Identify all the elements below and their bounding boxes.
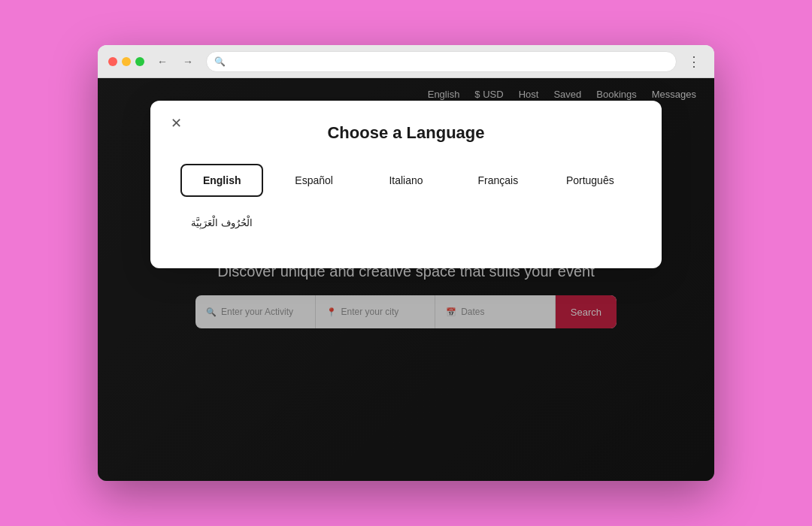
language-option-italiano[interactable]: Italiano (365, 164, 447, 197)
maximize-window-button[interactable] (135, 57, 144, 66)
language-option-francais[interactable]: Français (456, 164, 539, 197)
language-option-arabic[interactable]: الْحُرُوف الْعَرَبِيَّة (180, 207, 263, 238)
traffic-lights (108, 57, 144, 66)
forward-button[interactable]: → (177, 51, 198, 72)
close-window-button[interactable] (108, 57, 117, 66)
browser-content: English $ USD Host Saved Bookings Messag… (98, 78, 714, 481)
language-option-portugues[interactable]: Português (549, 164, 632, 197)
browser-menu-button[interactable]: ⋮ (684, 53, 704, 70)
browser-chrome: ← → 🔍 ⋮ (98, 45, 714, 78)
address-bar[interactable]: 🔍 (206, 51, 677, 72)
address-search-icon: 🔍 (214, 56, 226, 67)
browser-window: ← → 🔍 ⋮ English $ USD Host Saved Booking… (98, 45, 714, 481)
modal-title: Choose a Language (180, 123, 632, 143)
nav-buttons: ← → (152, 51, 198, 72)
modal-close-button[interactable]: ✕ (165, 113, 186, 134)
minimize-window-button[interactable] (122, 57, 131, 66)
modal-overlay: ✕ Choose a Language English Español Ital… (98, 78, 714, 481)
back-button[interactable]: ← (152, 51, 173, 72)
language-modal: ✕ Choose a Language English Español Ital… (150, 101, 662, 268)
language-option-english[interactable]: English (180, 164, 263, 197)
language-grid: English Español Italiano Français Portug… (180, 164, 632, 238)
language-option-espanol[interactable]: Español (272, 164, 355, 197)
